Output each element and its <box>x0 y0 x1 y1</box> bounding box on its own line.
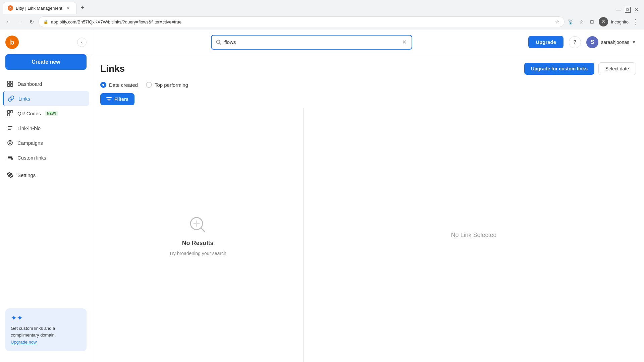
sidebar-item-links[interactable]: Links <box>3 91 89 106</box>
svg-rect-6 <box>7 111 10 113</box>
upgrade-custom-links-button[interactable]: Upgrade for custom links <box>524 63 594 75</box>
promo-line2: complimentary domain. <box>11 333 56 338</box>
sidebar-item-dashboard[interactable]: Dashboard <box>3 76 89 91</box>
sidebar-item-campaigns[interactable]: Campaigns <box>3 135 89 150</box>
address-bar[interactable]: 🔒 app.bitly.com/Bn57fQxKX7W/bitlinks/?qu… <box>38 16 565 27</box>
bookmark-icon[interactable]: ☆ <box>555 19 559 24</box>
lock-icon: 🔒 <box>43 19 48 24</box>
link-in-bio-label: Link-in-bio <box>17 125 41 131</box>
select-date-button[interactable]: Select date <box>598 62 636 75</box>
sidebar-header: b ‹ <box>0 36 92 54</box>
svg-point-18 <box>9 142 11 144</box>
sort-date-created-label: Date created <box>109 82 138 88</box>
qr-new-badge: NEW! <box>45 111 58 116</box>
back-button[interactable]: ← <box>4 17 13 26</box>
restore-icon[interactable]: ⧉ <box>625 7 631 13</box>
sidebar-item-settings[interactable]: Settings <box>3 168 89 182</box>
svg-rect-7 <box>10 111 13 113</box>
filters-label: Filters <box>114 97 128 102</box>
links-label: Links <box>18 96 30 102</box>
split-screen-icon[interactable]: ⊡ <box>588 18 596 26</box>
promo-upgrade-link[interactable]: Upgrade now <box>11 340 37 345</box>
custom-links-icon <box>7 154 13 161</box>
link-detail-panel: No Link Selected <box>304 108 644 362</box>
browser-toolbar: ← → ↻ 🔒 app.bitly.com/Bn57fQxKX7W/bitlin… <box>0 14 644 30</box>
nav-items: Dashboard Links QR Codes NEW! Link-in-bi… <box>0 76 92 303</box>
no-link-selected-text: No Link Selected <box>451 232 496 239</box>
campaigns-icon <box>7 139 13 146</box>
minimize-icon[interactable]: — <box>616 7 621 12</box>
qr-codes-icon <box>7 110 13 117</box>
sidebar-item-link-in-bio[interactable]: Link-in-bio <box>3 121 89 135</box>
svg-point-19 <box>11 158 13 160</box>
refresh-button[interactable]: ↻ <box>27 17 36 26</box>
address-text: app.bitly.com/Bn57fQxKX7W/bitlinks/?quer… <box>51 19 552 24</box>
app-container: b ‹ Create new Dashboard Links QR Codes … <box>0 30 644 362</box>
bookmark-star-icon[interactable]: ☆ <box>577 18 585 26</box>
search-input-wrapper[interactable]: ✕ <box>211 35 412 50</box>
svg-rect-3 <box>10 81 13 83</box>
settings-label: Settings <box>17 172 36 178</box>
sidebar-item-qr-codes[interactable]: QR Codes NEW! <box>3 106 89 121</box>
svg-text:b: b <box>9 6 11 10</box>
create-new-button[interactable]: Create new <box>5 54 87 70</box>
svg-rect-4 <box>7 84 10 86</box>
filters-icon <box>106 97 112 102</box>
main-content: ✕ Upgrade ? S saraahjoonas ▼ Links Upgra… <box>92 30 644 362</box>
dashboard-label: Dashboard <box>17 81 42 87</box>
search-input[interactable] <box>224 39 398 45</box>
search-bar: ✕ <box>211 35 412 50</box>
no-results-subtitle: Try broadening your search <box>169 251 226 256</box>
custom-links-label: Custom links <box>17 155 46 161</box>
tab-close-icon[interactable]: ✕ <box>65 5 71 11</box>
sidebar: b ‹ Create new Dashboard Links QR Codes … <box>0 30 92 362</box>
radio-date-created[interactable] <box>100 82 106 88</box>
active-tab[interactable]: b Bitly | Link Management ✕ <box>3 2 76 14</box>
user-chevron-icon: ▼ <box>632 40 636 45</box>
tab-favicon: b <box>8 5 13 11</box>
user-name: saraahjoonas <box>601 40 629 45</box>
filters-button[interactable]: Filters <box>100 93 135 105</box>
svg-rect-9 <box>10 115 11 115</box>
dashboard-icon <box>7 80 13 87</box>
browser-chrome: b Bitly | Link Management ✕ + — ⧉ ✕ ← → … <box>0 0 644 30</box>
page-body: Links Upgrade for custom links Select da… <box>92 54 644 362</box>
no-results-container: No Results Try broadening your search <box>156 201 240 269</box>
svg-rect-12 <box>10 116 11 116</box>
no-results-icon <box>187 214 209 236</box>
sort-date-created[interactable]: Date created <box>100 82 138 88</box>
window-controls: — ⧉ ✕ <box>616 7 641 13</box>
close-window-icon[interactable]: ✕ <box>635 7 639 12</box>
promo-text: Get custom links and a complimentary dom… <box>11 325 81 346</box>
promo-stars-icon: ✦✦ <box>11 314 81 322</box>
svg-rect-8 <box>7 114 10 116</box>
sort-options: Date created Top performing <box>92 78 644 90</box>
sort-top-performing[interactable]: Top performing <box>146 82 188 88</box>
page-header: Links Upgrade for custom links Select da… <box>92 54 644 78</box>
svg-rect-10 <box>12 115 12 115</box>
tab-title: Bitly | Link Management <box>16 6 62 11</box>
qr-codes-label: QR Codes <box>17 111 41 116</box>
forward-button[interactable]: → <box>15 17 25 26</box>
browser-extensions: 📡 ☆ ⊡ S Incognito ⋮ <box>567 17 640 27</box>
browser-tabs-row: b Bitly | Link Management ✕ + — ⧉ ✕ <box>0 0 644 14</box>
links-list-panel: No Results Try broadening your search <box>92 108 304 362</box>
links-icon <box>8 95 14 102</box>
content-area: No Results Try broadening your search No… <box>92 108 644 362</box>
radio-top-performing[interactable] <box>146 82 152 88</box>
sidebar-promo: ✦✦ Get custom links and a complimentary … <box>5 308 87 351</box>
svg-rect-13 <box>12 116 12 116</box>
new-tab-button[interactable]: + <box>78 3 87 13</box>
sidebar-item-custom-links[interactable]: Custom links <box>3 150 89 165</box>
user-area[interactable]: S saraahjoonas ▼ <box>586 36 636 48</box>
sort-top-performing-label: Top performing <box>155 82 188 88</box>
cast-icon[interactable]: 📡 <box>567 18 575 26</box>
upgrade-button[interactable]: Upgrade <box>528 36 564 48</box>
incognito-avatar[interactable]: S <box>599 17 608 26</box>
search-clear-button[interactable]: ✕ <box>401 39 408 46</box>
incognito-label: Incognito <box>611 19 629 24</box>
collapse-sidebar-button[interactable]: ‹ <box>77 38 87 47</box>
menu-icon[interactable]: ⋮ <box>631 17 640 27</box>
help-button[interactable]: ? <box>569 36 581 48</box>
campaigns-label: Campaigns <box>17 140 43 146</box>
